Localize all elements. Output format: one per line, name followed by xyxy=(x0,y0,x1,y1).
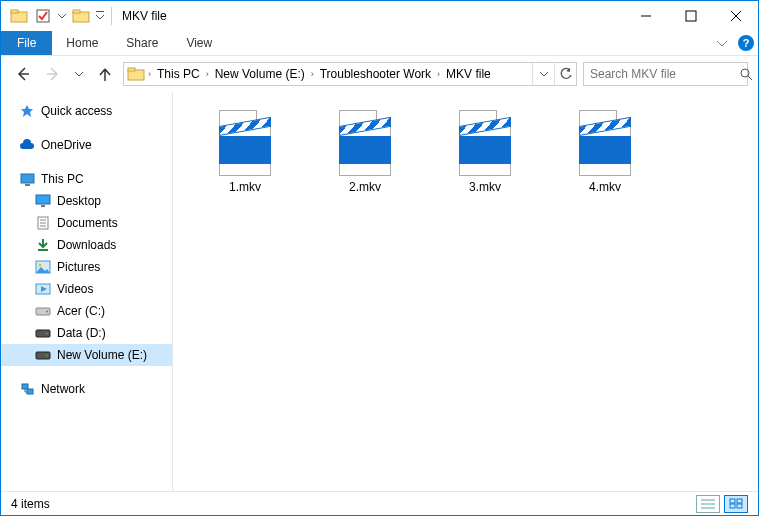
star-icon xyxy=(19,103,35,119)
svg-rect-17 xyxy=(25,184,30,186)
svg-line-15 xyxy=(748,76,752,80)
home-tab[interactable]: Home xyxy=(52,31,112,55)
network-icon xyxy=(19,381,35,397)
svg-rect-4 xyxy=(73,10,80,13)
help-button[interactable]: ? xyxy=(734,31,758,55)
nav-label: Documents xyxy=(57,216,118,230)
up-button[interactable] xyxy=(93,62,117,86)
nav-pictures[interactable]: Pictures xyxy=(1,256,172,278)
drive-icon xyxy=(35,325,51,341)
drive-icon xyxy=(35,347,51,363)
search-box[interactable] xyxy=(583,62,748,86)
forward-button[interactable] xyxy=(41,62,65,86)
details-view-button[interactable] xyxy=(696,495,720,513)
file-item[interactable]: 4.mkv xyxy=(545,104,665,214)
recent-locations-icon[interactable] xyxy=(71,62,87,86)
svg-rect-18 xyxy=(36,195,50,204)
svg-rect-44 xyxy=(737,504,742,508)
svg-point-29 xyxy=(46,311,48,313)
svg-rect-42 xyxy=(737,499,742,503)
desktop-icon xyxy=(35,193,51,209)
qat-new-folder-icon[interactable] xyxy=(69,5,93,27)
file-item[interactable]: 3.mkv xyxy=(425,104,545,214)
video-file-icon xyxy=(569,104,641,176)
refresh-button[interactable] xyxy=(554,63,576,85)
nav-quick-access[interactable]: Quick access xyxy=(1,100,172,122)
nav-drive-d[interactable]: Data (D:) xyxy=(1,322,172,344)
nav-label: Quick access xyxy=(41,104,112,118)
chevron-right-icon[interactable]: › xyxy=(309,69,316,79)
svg-rect-13 xyxy=(128,68,135,71)
nav-label: Data (D:) xyxy=(57,326,106,340)
crumb-this-pc[interactable]: This PC xyxy=(153,67,204,81)
large-icons-view-button[interactable] xyxy=(724,495,748,513)
file-name: 3.mkv xyxy=(469,180,501,194)
chevron-right-icon[interactable]: › xyxy=(146,69,153,79)
svg-rect-19 xyxy=(41,205,45,207)
close-button[interactable] xyxy=(713,1,758,31)
qat-customize-icon[interactable] xyxy=(93,11,107,21)
search-icon[interactable] xyxy=(740,63,753,85)
nav-row: › This PC › New Volume (E:) › Troublesho… xyxy=(1,56,758,92)
nav-this-pc[interactable]: This PC xyxy=(1,168,172,190)
qat-dropdown-icon[interactable] xyxy=(55,12,69,20)
qat-properties-icon[interactable] xyxy=(31,5,55,27)
qat-folder-icon[interactable] xyxy=(7,5,31,27)
svg-rect-16 xyxy=(21,174,34,183)
file-name: 2.mkv xyxy=(349,180,381,194)
crumb-current[interactable]: MKV file xyxy=(442,67,495,81)
nav-label: Acer (C:) xyxy=(57,304,105,318)
search-input[interactable] xyxy=(584,67,740,81)
nav-label: Pictures xyxy=(57,260,100,274)
svg-rect-1 xyxy=(11,10,18,13)
chevron-right-icon[interactable]: › xyxy=(204,69,211,79)
download-icon xyxy=(35,237,51,253)
minimize-button[interactable] xyxy=(623,1,668,31)
nav-videos[interactable]: Videos xyxy=(1,278,172,300)
title-bar: MKV file xyxy=(1,1,758,31)
nav-onedrive[interactable]: OneDrive xyxy=(1,134,172,156)
nav-label: Desktop xyxy=(57,194,101,208)
videos-icon xyxy=(35,281,51,297)
file-item[interactable]: 1.mkv xyxy=(185,104,305,214)
back-button[interactable] xyxy=(11,62,35,86)
crumb-folder[interactable]: Troubleshooter Work xyxy=(316,67,435,81)
status-bar: 4 items xyxy=(1,491,758,515)
monitor-icon xyxy=(19,171,35,187)
address-folder-icon xyxy=(126,67,146,81)
nav-documents[interactable]: Documents xyxy=(1,212,172,234)
nav-downloads[interactable]: Downloads xyxy=(1,234,172,256)
svg-rect-41 xyxy=(730,499,735,503)
nav-drive-e[interactable]: New Volume (E:) xyxy=(1,344,172,366)
ribbon-expand-icon[interactable] xyxy=(710,31,734,55)
file-tab[interactable]: File xyxy=(1,31,52,55)
svg-rect-35 xyxy=(27,389,33,394)
file-item[interactable]: 2.mkv xyxy=(305,104,425,214)
nav-network[interactable]: Network xyxy=(1,378,172,400)
view-tab[interactable]: View xyxy=(172,31,226,55)
nav-label: Videos xyxy=(57,282,93,296)
nav-desktop[interactable]: Desktop xyxy=(1,190,172,212)
address-dropdown-icon[interactable] xyxy=(532,63,554,85)
pictures-icon xyxy=(35,259,51,275)
documents-icon xyxy=(35,215,51,231)
maximize-button[interactable] xyxy=(668,1,713,31)
nav-drive-c[interactable]: Acer (C:) xyxy=(1,300,172,322)
video-file-icon xyxy=(449,104,521,176)
svg-point-31 xyxy=(46,333,48,335)
nav-label: Network xyxy=(41,382,85,396)
svg-rect-34 xyxy=(22,384,28,389)
share-tab[interactable]: Share xyxy=(112,31,172,55)
nav-label: Downloads xyxy=(57,238,116,252)
svg-rect-5 xyxy=(96,11,104,12)
svg-point-14 xyxy=(741,69,749,77)
cloud-icon xyxy=(19,137,35,153)
video-file-icon xyxy=(329,104,401,176)
status-text: 4 items xyxy=(11,497,50,511)
address-bar[interactable]: › This PC › New Volume (E:) › Troublesho… xyxy=(123,62,577,86)
nav-label: OneDrive xyxy=(41,138,92,152)
crumb-volume[interactable]: New Volume (E:) xyxy=(211,67,309,81)
navigation-pane: Quick access OneDrive This PC Desktop Do… xyxy=(1,92,173,491)
quick-access-toolbar xyxy=(1,5,107,27)
chevron-right-icon[interactable]: › xyxy=(435,69,442,79)
